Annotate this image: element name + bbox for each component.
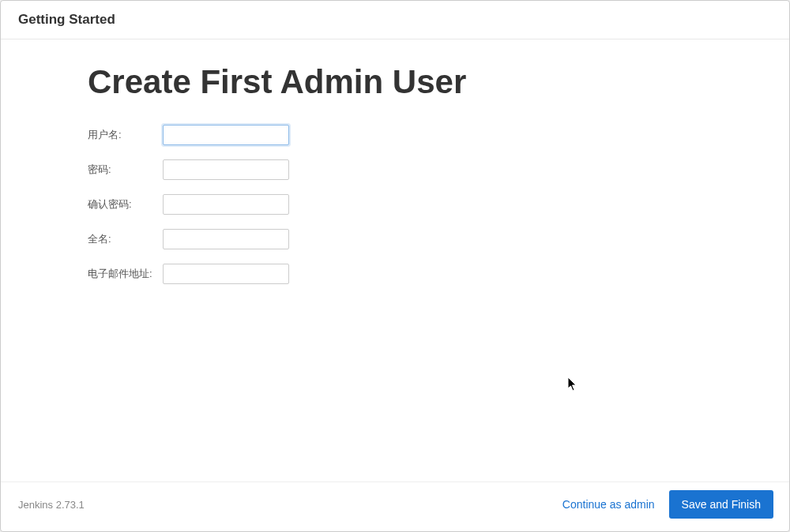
modal-footer: Jenkins 2.73.1 Continue as admin Save an… — [1, 481, 789, 531]
page-title: Create First Admin User — [88, 63, 702, 101]
modal-header: Getting Started — [1, 1, 789, 39]
form-row-email: 电子邮件地址: — [88, 264, 702, 284]
save-and-finish-button[interactable]: Save and Finish — [669, 490, 773, 519]
label-password: 密码: — [88, 163, 163, 177]
label-confirm-password: 确认密码: — [88, 197, 163, 212]
form-row-username: 用户名: — [88, 125, 702, 145]
modal-title: Getting Started — [18, 12, 772, 28]
password-input[interactable] — [163, 159, 289, 180]
label-fullname: 全名: — [88, 232, 163, 246]
modal-body: Create First Admin User 用户名: 密码: 确认密码: 全… — [1, 39, 789, 481]
email-input[interactable] — [163, 264, 289, 284]
fullname-input[interactable] — [163, 229, 289, 249]
confirm-password-input[interactable] — [163, 194, 289, 215]
setup-wizard-modal: Getting Started Create First Admin User … — [0, 0, 790, 532]
version-text: Jenkins 2.73.1 — [18, 499, 562, 511]
form-row-password: 密码: — [88, 159, 702, 180]
label-email: 电子邮件地址: — [88, 267, 163, 281]
footer-actions: Continue as admin Save and Finish — [562, 490, 773, 519]
continue-as-admin-link[interactable]: Continue as admin — [562, 498, 655, 511]
label-username: 用户名: — [88, 128, 163, 142]
form-row-fullname: 全名: — [88, 229, 702, 249]
username-input[interactable] — [163, 125, 289, 145]
form-row-confirm-password: 确认密码: — [88, 194, 702, 215]
